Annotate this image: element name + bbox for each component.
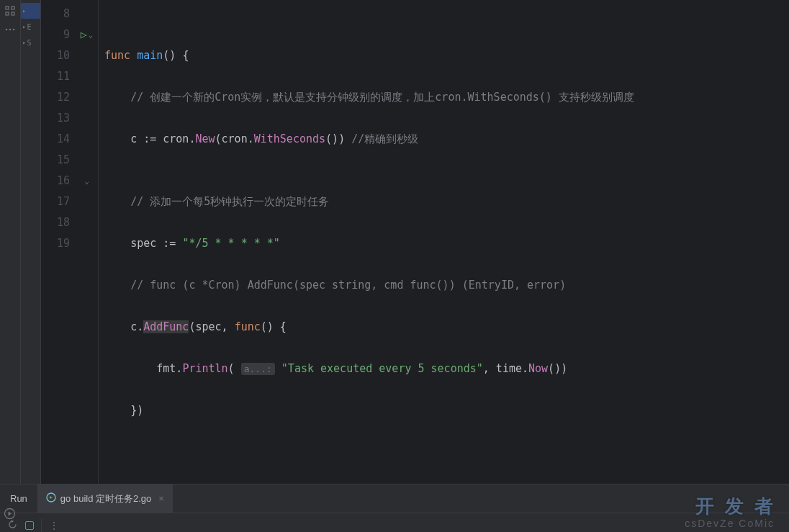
close-icon[interactable]: × bbox=[158, 493, 164, 504]
svg-rect-1 bbox=[6, 12, 9, 15]
line-gutter: 8 9 10 11 12 13 14 15 16 17 18 19 bbox=[41, 0, 76, 484]
run-icon[interactable]: ▷ bbox=[81, 24, 87, 45]
project-tree: ▸ ▸E ▸S bbox=[21, 0, 41, 484]
left-toolbar bbox=[0, 0, 21, 484]
more-icon[interactable] bbox=[2, 22, 18, 37]
stop-button[interactable] bbox=[25, 521, 34, 530]
run-gutter: ▷⌄ ⌄ bbox=[76, 0, 99, 484]
structure-icon[interactable] bbox=[2, 3, 18, 19]
fold-icon[interactable]: ⌄ bbox=[84, 171, 89, 191]
chevron-down-icon[interactable]: ⌄ bbox=[89, 24, 94, 45]
tree-item[interactable]: ▸E bbox=[21, 19, 40, 35]
param-hint: a...: bbox=[241, 363, 275, 375]
tree-item[interactable]: ▸ bbox=[21, 3, 40, 19]
run-label[interactable]: Run bbox=[0, 493, 37, 504]
svg-point-5 bbox=[9, 29, 12, 31]
tree-item[interactable]: ▸S bbox=[21, 35, 40, 50]
watermark-brand: 开 发 者 bbox=[695, 494, 776, 519]
svg-point-4 bbox=[6, 29, 8, 31]
run-tabs: Run go build 定时任务2.go × bbox=[0, 484, 789, 513]
watermark-sub: csDevZe CoMic bbox=[685, 518, 775, 529]
go-icon bbox=[46, 492, 56, 505]
code-editor[interactable]: 8 9 10 11 12 13 14 15 16 17 18 19 ▷⌄ ⌄ f… bbox=[41, 0, 789, 484]
svg-rect-0 bbox=[6, 6, 9, 9]
console-toolbar-top: ⋮ bbox=[0, 513, 789, 532]
svg-rect-2 bbox=[12, 6, 14, 9]
run-tool-icon[interactable] bbox=[4, 508, 16, 522]
code-content[interactable]: func main() { // 创建一个新的Cron实例，默认是支持分钟级别的… bbox=[99, 0, 789, 484]
svg-rect-3 bbox=[12, 12, 14, 15]
svg-point-6 bbox=[13, 29, 15, 31]
run-config-tab[interactable]: go build 定时任务2.go × bbox=[37, 484, 173, 513]
more-icon[interactable]: ⋮ bbox=[49, 520, 59, 531]
tab-label: go build 定时任务2.go bbox=[60, 492, 151, 505]
run-panel: Run go build 定时任务2.go × ⋮ ↑ ↓ bbox=[0, 484, 789, 532]
